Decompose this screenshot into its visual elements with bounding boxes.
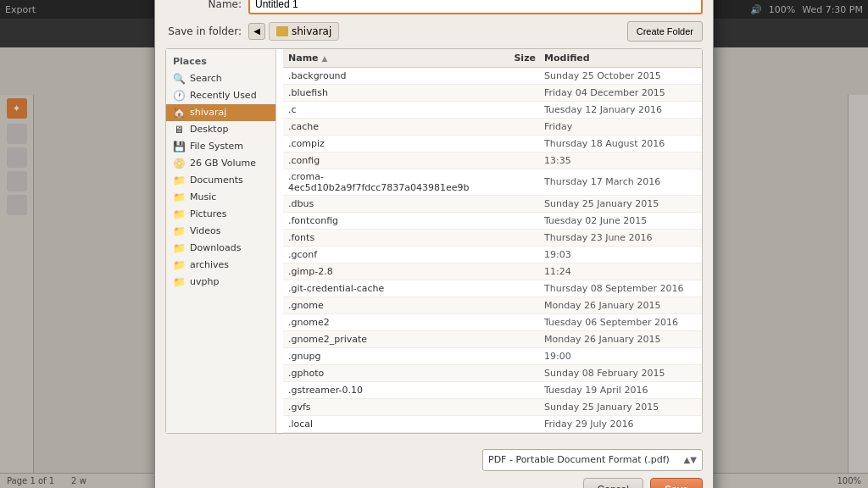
file-row-name: .config <box>288 155 493 166</box>
table-row[interactable]: .fontconfig Tuesday 02 June 2015 <box>283 213 702 230</box>
folder-navigation: ◀ shivaraj <box>248 22 339 41</box>
file-row-name: .background <box>288 70 493 81</box>
sidebar-item-filesystem-label: File System <box>190 141 243 152</box>
sidebar-item-shivaraj[interactable]: 🏠 shivaraj <box>166 104 275 121</box>
dialog-body: Name: Save in folder: ◀ shivaraj Create … <box>155 0 713 442</box>
file-row-modified: Thursday 23 June 2016 <box>544 232 697 243</box>
file-row-name: .gnome2 <box>288 317 493 328</box>
file-row-modified: Friday <box>544 121 697 132</box>
sidebar-item-archives[interactable]: 📁 archives <box>166 257 275 274</box>
pictures-icon: 📁 <box>173 208 185 220</box>
format-text: PDF - Portable Document Format (.pdf) <box>488 454 670 465</box>
file-row-name: .bluefish <box>288 87 493 98</box>
desktop-icon: 🖥 <box>173 124 185 136</box>
table-row[interactable]: .gnome2_private Monday 26 January 2015 <box>283 331 702 348</box>
sidebar-item-desktop[interactable]: 🖥 Desktop <box>166 121 275 138</box>
filename-input[interactable] <box>248 0 703 14</box>
places-sidebar: Places 🔍 Search 🕐 Recently Used 🏠 shivar… <box>166 49 276 433</box>
table-row[interactable]: .gnome Monday 26 January 2015 <box>283 297 702 314</box>
file-row-name: .gphoto <box>288 368 493 379</box>
sidebar-item-26gb-label: 26 GB Volume <box>190 158 256 169</box>
table-row[interactable]: .gstreamer-0.10 Tuesday 19 April 2016 <box>283 382 702 399</box>
col-size-header[interactable]: Size <box>493 53 544 64</box>
sidebar-item-search[interactable]: 🔍 Search <box>166 70 275 87</box>
table-row[interactable]: .gconf 19:03 <box>283 247 702 263</box>
file-row-name: .gnome <box>288 300 493 311</box>
sidebar-item-videos[interactable]: 📁 Videos <box>166 223 275 240</box>
table-row[interactable]: .git-credential-cache Thursday 08 Septem… <box>283 280 702 297</box>
sidebar-item-pictures[interactable]: 📁 Pictures <box>166 206 275 223</box>
table-row[interactable]: .c Tuesday 12 January 2016 <box>283 102 702 119</box>
archives-icon: 📁 <box>173 259 185 271</box>
export-dialog: Export Name: Save in folder: ◀ shivaraj <box>154 0 714 488</box>
sidebar-item-videos-label: Videos <box>190 225 221 236</box>
file-row-modified: Sunday 25 October 2015 <box>544 70 697 81</box>
sidebar-item-documents-label: Documents <box>190 175 243 186</box>
file-row-name: .gstreamer-0.10 <box>288 385 493 396</box>
file-row-modified: Sunday 25 January 2015 <box>544 402 697 413</box>
col-name-header[interactable]: Name ▲ <box>288 53 493 64</box>
places-header: Places <box>166 53 275 70</box>
file-row-name: .gimp-2.8 <box>288 266 493 277</box>
file-row-modified: Sunday 25 January 2015 <box>544 198 697 209</box>
sidebar-item-music-label: Music <box>190 191 216 202</box>
videos-icon: 📁 <box>173 225 185 237</box>
sidebar-item-uvphp[interactable]: 📁 uvphp <box>166 274 275 291</box>
table-row[interactable]: .gphoto Sunday 08 February 2015 <box>283 365 702 382</box>
file-row-modified: 11:24 <box>544 266 697 277</box>
table-row[interactable]: .croma-4ec5d10b2a9f7fdcc7837a043981ee9b … <box>283 169 702 196</box>
sidebar-item-filesystem[interactable]: 💾 File System <box>166 138 275 155</box>
save-button[interactable]: Save <box>650 478 703 489</box>
file-row-modified: 19:03 <box>544 249 697 260</box>
file-row-name: .c <box>288 104 493 115</box>
current-folder-chip[interactable]: shivaraj <box>269 22 339 41</box>
file-row-modified: Tuesday 12 January 2016 <box>544 104 697 115</box>
file-row-modified: 19:00 <box>544 351 697 362</box>
col-modified-header[interactable]: Modified <box>544 53 697 64</box>
table-row[interactable]: .cache Friday <box>283 119 702 136</box>
file-row-modified: Thursday 08 September 2016 <box>544 283 697 294</box>
table-row[interactable]: .config 13:35 <box>283 152 702 169</box>
file-row-name: .gconf <box>288 249 493 260</box>
format-row: PDF - Portable Document Format (.pdf) ▲▼ <box>165 449 703 471</box>
file-row-name: .fonts <box>288 232 493 243</box>
search-icon: 🔍 <box>173 73 185 85</box>
table-row[interactable]: .gimp-2.8 11:24 <box>283 263 702 280</box>
name-row: Name: <box>165 0 703 14</box>
dialog-bottom: PDF - Portable Document Format (.pdf) ▲▼… <box>155 442 713 489</box>
sidebar-item-recently-used[interactable]: 🕐 Recently Used <box>166 87 275 104</box>
file-row-modified: Tuesday 19 April 2016 <box>544 385 697 396</box>
cancel-button[interactable]: Cancel <box>583 478 643 489</box>
table-row[interactable]: .local Friday 29 July 2016 <box>283 416 702 433</box>
table-row[interactable]: .gnome2 Tuesday 06 September 2016 <box>283 314 702 331</box>
file-list-body[interactable]: .background Sunday 25 October 2015 .blue… <box>283 68 702 433</box>
sidebar-item-search-label: Search <box>190 73 222 84</box>
folder-back-button[interactable]: ◀ <box>248 23 265 40</box>
table-row[interactable]: .gnupg 19:00 <box>283 348 702 365</box>
file-row-name: .croma-4ec5d10b2a9f7fdcc7837a043981ee9b <box>288 171 493 193</box>
file-row-name: .git-credential-cache <box>288 283 493 294</box>
sidebar-item-downloads[interactable]: 📁 Downloads <box>166 240 275 257</box>
format-select[interactable]: PDF - Portable Document Format (.pdf) ▲▼ <box>482 449 703 471</box>
documents-icon: 📁 <box>173 175 185 186</box>
file-row-name: .gvfs <box>288 402 493 413</box>
table-row[interactable]: .bluefish Friday 04 December 2015 <box>283 85 702 102</box>
table-row[interactable]: .dbus Sunday 25 January 2015 <box>283 196 702 213</box>
sidebar-item-documents[interactable]: 📁 Documents <box>166 172 275 189</box>
table-row[interactable]: .fonts Thursday 23 June 2016 <box>283 230 702 247</box>
file-row-modified: Thursday 17 March 2016 <box>544 176 697 187</box>
sort-arrow-icon: ▲ <box>321 54 327 63</box>
save-in-label: Save in folder: <box>165 25 242 37</box>
sidebar-item-music[interactable]: 📁 Music <box>166 189 275 206</box>
file-row-modified: Monday 26 January 2015 <box>544 300 697 311</box>
sidebar-item-desktop-label: Desktop <box>190 124 228 135</box>
create-folder-button[interactable]: Create Folder <box>627 21 703 42</box>
sidebar-item-shivaraj-label: shivaraj <box>190 107 226 118</box>
table-row[interactable]: .gvfs Sunday 25 January 2015 <box>283 399 702 416</box>
table-row[interactable]: .background Sunday 25 October 2015 <box>283 68 702 85</box>
file-browser: Places 🔍 Search 🕐 Recently Used 🏠 shivar… <box>165 48 703 434</box>
folder-name: shivaraj <box>292 25 331 37</box>
sidebar-item-downloads-label: Downloads <box>190 242 241 253</box>
sidebar-item-26gb[interactable]: 📀 26 GB Volume <box>166 155 275 172</box>
table-row[interactable]: .compiz Thursday 18 August 2016 <box>283 136 702 152</box>
